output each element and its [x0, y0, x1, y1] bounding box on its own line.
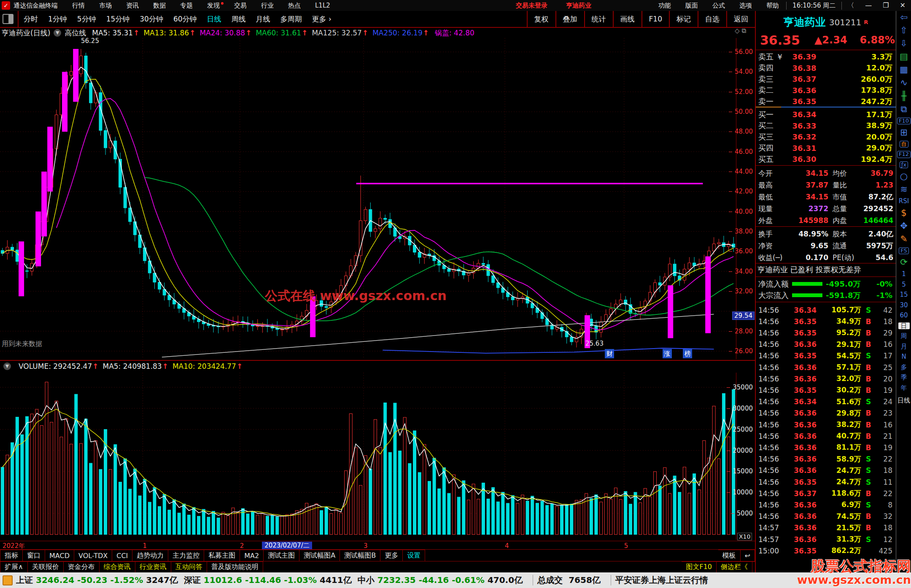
- period-1[interactable]: 1: [902, 271, 906, 278]
- period-tab-1[interactable]: 1分钟: [43, 14, 72, 24]
- tick-row-1[interactable]: 14:5636.3534.9万B18: [756, 316, 896, 327]
- diamond-icon[interactable]: ◇: [735, 27, 740, 35]
- indicator-tab-13[interactable]: 设置: [403, 550, 425, 561]
- info-tab-4[interactable]: 行业资讯: [135, 561, 171, 573]
- close-button[interactable]: ✕: [895, 1, 911, 10]
- market-icon[interactable]: [3, 575, 13, 585]
- down-arrow-icon[interactable]: ⇩: [900, 39, 908, 48]
- report-icon[interactable]: ▤: [900, 52, 908, 62]
- sell-row-3[interactable]: 卖二36.36173.8万: [756, 85, 896, 96]
- menu-item-0[interactable]: 行情: [65, 2, 92, 10]
- tick-row-9[interactable]: 14:5636.3629.8万B23: [756, 408, 896, 419]
- tick-row-13[interactable]: 14:5636.3658.9万S22: [756, 454, 896, 465]
- trend-icon[interactable]: ∿: [900, 78, 908, 88]
- circle-icon[interactable]: ○: [900, 172, 908, 181]
- back-arrow-icon[interactable]: ⇦: [900, 13, 908, 22]
- f10-icon[interactable]: F10: [897, 118, 911, 124]
- toolbar-button-6[interactable]: 自选: [698, 11, 726, 27]
- layout-icon[interactable]: [3, 14, 13, 24]
- tick-row-7[interactable]: 14:5636.3530.2万B19: [756, 384, 896, 396]
- sell-row-2[interactable]: 卖三36.37260.0万: [756, 73, 896, 85]
- template-back-icon[interactable]: ↩: [741, 550, 755, 561]
- waves-icon[interactable]: ≋: [900, 185, 908, 194]
- indicator-tab-5[interactable]: 趋势动力: [132, 550, 168, 561]
- period-30[interactable]: 30: [900, 302, 908, 309]
- period-tab-2[interactable]: 5分钟: [72, 14, 101, 24]
- period-n[interactable]: N: [901, 353, 906, 360]
- menu-item-5[interactable]: 发现: [200, 2, 227, 10]
- tick-row-18[interactable]: 14:5636.3674.5万B32: [756, 511, 896, 522]
- menu-item-2[interactable]: 资讯: [119, 2, 146, 10]
- menu-right-item-3[interactable]: 选项: [732, 2, 759, 10]
- indicator-tab-11[interactable]: 测试幅图B: [340, 550, 380, 561]
- stock-shortcut[interactable]: 亨迪药业: [557, 2, 601, 10]
- period-tab-4[interactable]: 30分钟: [135, 14, 168, 24]
- index-2[interactable]: 中小 7232.35 -44.16 -0.61% 470.0亿: [358, 575, 523, 586]
- back-button[interactable]: 〈: [842, 1, 860, 10]
- toolbar-button-1[interactable]: 叠加: [555, 11, 584, 27]
- tick-row-21[interactable]: 15:0036.35862.2万425: [756, 545, 896, 556]
- indicator-tab-9[interactable]: 测试主图: [264, 550, 299, 561]
- indicator-tab-1[interactable]: 窗口: [23, 550, 45, 561]
- sell-row-1[interactable]: 卖四36.3812.0万: [756, 62, 896, 74]
- restore-button[interactable]: ❐: [877, 1, 894, 10]
- menu-item-9[interactable]: L1L2: [308, 2, 337, 10]
- tick-row-8[interactable]: 14:5636.3451.6万S24: [756, 396, 896, 408]
- kline-icon[interactable]: ╫: [901, 91, 907, 101]
- maximize-pane-icon[interactable]: ⧉: [741, 27, 746, 35]
- volume-chart[interactable]: [0, 373, 736, 540]
- table-icon[interactable]: ▦: [900, 65, 908, 75]
- period-tab-8[interactable]: 月线: [251, 14, 275, 24]
- buy-row-2[interactable]: 买三36.3220.0万: [756, 131, 896, 142]
- tick-row-20[interactable]: 14:5736.3631.3万S12: [756, 534, 896, 545]
- index-0[interactable]: 上证 3246.24 -50.23 -1.52% 3247亿: [16, 575, 178, 586]
- candlestick-chart[interactable]: [0, 38, 736, 359]
- info-tab-6[interactable]: 普及版功能说明: [207, 561, 263, 573]
- bottom-right-label-1[interactable]: 侧边栏《: [717, 561, 752, 573]
- period-tab-7[interactable]: 周线: [226, 14, 251, 24]
- tree-icon[interactable]: ⊞: [900, 128, 908, 137]
- tick-row-0[interactable]: 14:5636.34105.7万S42: [756, 304, 896, 316]
- tick-row-19[interactable]: 14:5736.3621.5万B18: [756, 522, 896, 534]
- indicator-tab-6[interactable]: 主力监控: [168, 550, 204, 561]
- tick-row-6[interactable]: 14:5636.3632.0万B20: [756, 373, 896, 384]
- toolbar-button-2[interactable]: 统计: [584, 11, 613, 27]
- period-day[interactable]: 日: [898, 322, 910, 330]
- period-5[interactable]: 5: [902, 281, 906, 288]
- bottom-right-label-0[interactable]: 图文F10: [682, 561, 717, 573]
- period-tab-3[interactable]: 15分钟: [101, 14, 135, 24]
- up-arrow-icon[interactable]: ⇧: [900, 26, 908, 35]
- period-60[interactable]: 60: [900, 312, 908, 319]
- toolbar-button-4[interactable]: F10: [641, 11, 669, 27]
- collapse-icon[interactable]: ▼: [54, 29, 61, 37]
- menu-right-item-0[interactable]: 功能: [651, 2, 678, 10]
- menu-item-6[interactable]: 交易: [227, 2, 254, 10]
- tick-row-14[interactable]: 14:5636.3624.7万S18: [756, 465, 896, 476]
- toolbar-button-3[interactable]: 画线: [613, 11, 641, 27]
- tick-row-11[interactable]: 14:5636.3640.7万B21: [756, 430, 896, 442]
- tick-row-16[interactable]: 14:5636.37118.6万B22: [756, 488, 896, 499]
- formula-icon[interactable]: ƒx: [900, 161, 908, 168]
- menu-item-7[interactable]: 行业: [254, 2, 281, 10]
- tick-row-2[interactable]: 14:5636.3595.2万B29: [756, 327, 896, 338]
- period-tab-5[interactable]: 60分钟: [168, 14, 202, 24]
- sell-row-0[interactable]: 卖五 ￥36.393.3万: [756, 51, 896, 62]
- period-quarter[interactable]: 季: [901, 374, 907, 381]
- tick-row-5[interactable]: 14:5636.3657.1万B25: [756, 362, 896, 373]
- menu-right-item-1[interactable]: 版面: [678, 2, 705, 10]
- menu-right-item-2[interactable]: 公式: [705, 2, 732, 10]
- index-1[interactable]: 深证 11012.6 -114.46 -1.03% 4411亿: [184, 575, 352, 586]
- menu-item-1[interactable]: 市场: [92, 2, 119, 10]
- info-tab-1[interactable]: 关联报价: [28, 561, 64, 573]
- buy-row-4[interactable]: 买五36.30192.4万: [756, 153, 896, 165]
- pages-icon[interactable]: ⧉: [901, 105, 907, 114]
- tick-row-15[interactable]: 14:5636.3524.7万S11: [756, 476, 896, 488]
- tick-row-10[interactable]: 14:5636.3638.2万B16: [756, 419, 896, 430]
- chart-tag-2[interactable]: 榜: [683, 349, 692, 358]
- chart-tag-0[interactable]: 财: [605, 349, 614, 358]
- period-month[interactable]: 月: [901, 343, 907, 350]
- menu-item-4[interactable]: 专题: [173, 2, 200, 10]
- indicator-tab-0[interactable]: 指标: [0, 550, 23, 561]
- period-year[interactable]: 年: [901, 384, 907, 392]
- tick-row-4[interactable]: 14:5636.3554.5万S17: [756, 350, 896, 362]
